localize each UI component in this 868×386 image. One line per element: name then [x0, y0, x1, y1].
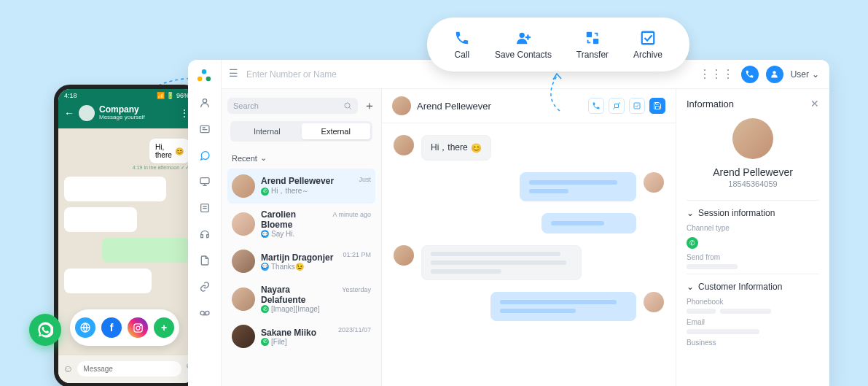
info-title: Information	[687, 99, 734, 109]
document-icon[interactable]	[198, 254, 211, 267]
chat-icon[interactable]	[198, 149, 211, 162]
whatsapp-icon: ✆	[687, 237, 698, 249]
phone-clock: 4:18	[64, 92, 77, 99]
svg-point-10	[773, 71, 775, 74]
action-toolbar-popup: Call Save Contacts Transfer Archive	[427, 18, 689, 72]
add-channel-icon[interactable]: +	[154, 317, 174, 338]
avatar	[79, 105, 95, 121]
transfer-button[interactable]	[609, 98, 625, 114]
save-button[interactable]	[649, 98, 665, 114]
save-contacts-action[interactable]: Save Contacts	[495, 29, 552, 60]
recent-filter[interactable]: Recent ⌄	[227, 149, 375, 169]
search-input[interactable]: Search	[227, 98, 358, 114]
message-placeholder	[102, 238, 189, 263]
whatsapp-icon: ✆	[261, 338, 269, 346]
chevron-down-icon: ⌄	[260, 153, 267, 163]
whatsapp-icon	[29, 314, 61, 346]
transfer-action[interactable]: Transfer	[576, 29, 609, 60]
chat-subtitle: Message yourself	[99, 115, 145, 121]
value-placeholder	[687, 264, 738, 269]
phone-icon	[454, 29, 470, 47]
avatar	[232, 325, 255, 348]
svg-point-2	[136, 326, 140, 330]
emoji-icon[interactable]: ☺	[63, 363, 73, 374]
message-placeholder	[64, 269, 152, 293]
whatsapp-icon: ✆	[261, 188, 269, 196]
message-bubble: Hi，there😊	[421, 135, 491, 161]
contact-name: Arend Pellewever	[687, 166, 819, 178]
session-item[interactable]: Arend Pellewever ✆Hi，there～ Just	[227, 169, 375, 204]
contacts-icon[interactable]	[198, 96, 211, 109]
voicemail-icon[interactable]	[198, 306, 211, 320]
contact-number: 18545364059	[687, 180, 819, 188]
session-item[interactable]: Carolien Bloeme 💬Say Hi. A minute ago	[227, 204, 375, 244]
avatar	[392, 96, 411, 115]
tab-external[interactable]: External	[302, 123, 371, 139]
avatar	[232, 212, 255, 236]
avatar	[232, 287, 255, 311]
session-item[interactable]: Sakane Miiko ✆[File] 2023/11/07	[227, 319, 375, 354]
message-bubble	[520, 172, 636, 201]
session-item[interactable]: Nayara Delafuente ✆[Image][Image] Yester…	[227, 279, 375, 319]
svg-rect-6	[200, 178, 209, 184]
facebook-icon[interactable]: f	[101, 317, 122, 338]
svg-point-13	[202, 69, 207, 74]
call-button[interactable]	[741, 66, 759, 83]
section-toggle[interactable]: ⌄ Customer Information	[687, 282, 819, 292]
avatar	[394, 135, 414, 155]
field-label: Business	[687, 339, 819, 347]
avatar	[644, 292, 664, 312]
avatar	[232, 250, 255, 273]
sms-icon: 💬	[261, 263, 269, 271]
list-icon[interactable]	[198, 201, 211, 215]
tab-internal[interactable]: Internal	[232, 123, 302, 139]
svg-rect-19	[642, 32, 654, 45]
svg-point-4	[203, 99, 206, 103]
message-bubble	[541, 213, 636, 233]
field-label: Email	[687, 318, 819, 326]
headset-icon[interactable]	[198, 228, 211, 241]
chat-panel: Arend Pellewever	[382, 89, 676, 386]
sidebar-toggle-icon[interactable]: ☰	[229, 67, 238, 79]
back-icon[interactable]: ←	[64, 107, 74, 119]
user-menu[interactable]: User ⌄	[791, 69, 819, 80]
card-icon[interactable]	[198, 123, 211, 136]
close-icon[interactable]: ✕	[810, 98, 819, 109]
phone-battery: 📶 🔋 96%	[157, 92, 189, 99]
new-session-button[interactable]: ＋	[364, 99, 375, 114]
sms-icon: 💬	[261, 230, 269, 238]
call-action[interactable]: Call	[454, 29, 470, 60]
global-search[interactable]: Enter Number or Name	[246, 69, 337, 80]
call-button[interactable]	[588, 98, 604, 114]
monitor-icon[interactable]	[198, 175, 211, 188]
archive-button[interactable]	[629, 98, 645, 114]
svg-rect-12	[634, 103, 640, 109]
link-icon[interactable]	[198, 280, 211, 293]
session-name: Arend Pellewever	[261, 176, 353, 186]
dialpad-icon[interactable]: ⋮⋮⋮	[699, 67, 734, 81]
avatar	[394, 245, 414, 266]
instagram-icon[interactable]	[128, 317, 148, 338]
svg-point-16	[519, 33, 524, 38]
svg-point-8	[200, 311, 204, 314]
field-label: Phonebook	[687, 298, 819, 306]
avatar	[644, 172, 664, 193]
globe-icon[interactable]	[75, 317, 95, 338]
archive-action[interactable]: Archive	[633, 29, 662, 60]
svg-rect-18	[593, 39, 598, 44]
svg-point-14	[198, 77, 203, 82]
avatar	[732, 118, 773, 159]
svg-point-15	[206, 77, 211, 82]
session-item[interactable]: Martijn Dragonjer 💬Thanks😉 01:21 PM	[227, 244, 375, 279]
user-avatar[interactable]	[766, 66, 783, 83]
chevron-down-icon: ⌄	[812, 69, 819, 80]
channel-pill: f +	[70, 309, 179, 346]
section-toggle[interactable]: ⌄ Session information	[687, 208, 819, 218]
message-input[interactable]	[77, 361, 181, 377]
sidebar: ☰	[188, 60, 222, 386]
svg-point-11	[345, 103, 350, 108]
field-label: Send from	[687, 253, 819, 261]
transfer-icon	[584, 29, 601, 47]
chevron-down-icon: ⌄	[687, 208, 694, 218]
svg-rect-17	[587, 32, 592, 37]
